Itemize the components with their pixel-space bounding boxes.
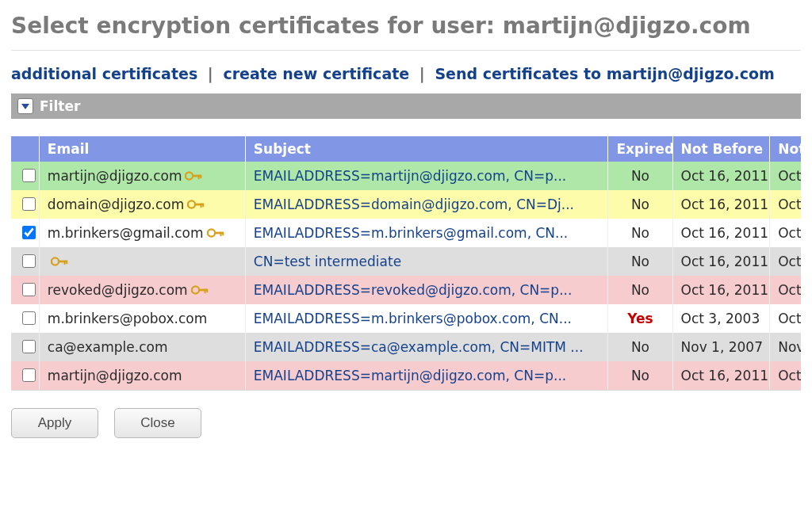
cell-not-before: Oct 16, 2011 — [672, 361, 770, 390]
cell-not-before: Oct 16, 2011 — [672, 162, 770, 190]
link-create-new-certificate[interactable]: create new certificate — [223, 65, 409, 82]
separator: | — [208, 65, 213, 82]
table-row: CN=test intermediateNoOct 16, 2011Oct 15… — [11, 247, 801, 276]
cell-not-after: Oct 15, 2 — [770, 361, 801, 390]
cell-not-before: Oct 3, 2003 — [672, 304, 770, 333]
svg-rect-8 — [203, 203, 205, 207]
svg-rect-4 — [201, 174, 202, 178]
column-header-select — [11, 136, 39, 162]
cell-not-before: Oct 16, 2011 — [672, 247, 770, 276]
svg-point-9 — [207, 229, 214, 236]
svg-point-5 — [188, 200, 195, 208]
cell-not-after: Oct 15, 2 — [770, 219, 801, 247]
row-select-checkbox[interactable] — [22, 311, 36, 325]
row-select-cell — [11, 333, 39, 361]
cell-not-after: Oct 3, 20 — [770, 304, 801, 333]
email-text: domain@djigzo.com — [48, 196, 184, 212]
link-send-certificates[interactable]: Send certificates to martijn@djigzo.com — [435, 65, 775, 82]
email-text: m.brinkers@pobox.com — [48, 311, 207, 326]
column-header-expired[interactable]: Expired — [608, 136, 672, 162]
filter-toggle-icon[interactable] — [17, 98, 33, 114]
cell-expired: No — [608, 247, 672, 276]
row-select-checkbox[interactable] — [22, 254, 36, 268]
row-select-checkbox[interactable] — [22, 283, 36, 296]
table-row: m.brinkers@pobox.comEMAILADDRESS=m.brink… — [11, 304, 801, 333]
cell-not-before: Oct 16, 2011 — [672, 219, 770, 247]
table-row: domain@djigzo.comEMAILADDRESS=domain@dji… — [11, 190, 801, 219]
cell-expired: No — [608, 219, 672, 247]
certificate-table-scroll[interactable]: Email Subject Expired Not Before Not Aft… — [11, 136, 801, 391]
cell-email: ca@example.com — [39, 333, 245, 361]
svg-rect-11 — [220, 231, 221, 236]
cell-not-after: Nov 21, 2 — [770, 333, 801, 361]
cell-subject[interactable]: CN=test intermediate — [245, 247, 608, 276]
cell-subject[interactable]: EMAILADDRESS=ca@example.com, CN=MITM ... — [245, 333, 608, 361]
cell-not-before: Oct 16, 2011 — [672, 276, 770, 304]
apply-button[interactable]: Apply — [11, 408, 98, 438]
cell-subject[interactable]: EMAILADDRESS=martijn@djigzo.com, CN=p... — [245, 162, 608, 190]
cell-email: revoked@djigzo.com — [39, 276, 245, 304]
cell-expired: Yes — [608, 304, 672, 333]
email-text: martijn@djigzo.com — [48, 368, 182, 383]
svg-rect-16 — [66, 260, 67, 264]
row-select-cell — [11, 162, 39, 190]
row-select-cell — [11, 247, 39, 276]
table-row: martijn@djigzo.comEMAILADDRESS=martijn@d… — [11, 162, 801, 190]
cell-subject[interactable]: EMAILADDRESS=revoked@djigzo.com, CN=p... — [245, 276, 608, 304]
column-header-not-before[interactable]: Not Before — [672, 136, 770, 162]
page-title: Select encryption certificates for user:… — [11, 13, 801, 51]
cell-expired: No — [608, 333, 672, 361]
cell-email: martijn@djigzo.com — [39, 361, 245, 390]
cell-expired: No — [608, 276, 672, 304]
cell-not-before: Nov 1, 2007 — [672, 333, 770, 361]
svg-rect-3 — [198, 174, 200, 179]
cell-email: m.brinkers@pobox.com — [39, 304, 245, 333]
cell-subject[interactable]: EMAILADDRESS=domain@djigzo.com, CN=Dj... — [245, 190, 608, 219]
email-text: ca@example.com — [48, 339, 168, 355]
cell-subject[interactable]: EMAILADDRESS=m.brinkers@pobox.com, CN... — [245, 304, 608, 333]
svg-rect-7 — [201, 203, 202, 208]
key-icon — [207, 226, 224, 242]
svg-marker-0 — [21, 104, 29, 109]
row-select-checkbox[interactable] — [22, 226, 36, 239]
cell-not-after: Oct 15, 2 — [770, 276, 801, 304]
svg-rect-19 — [204, 288, 205, 293]
cell-email: m.brinkers@gmail.com — [39, 219, 245, 247]
row-select-checkbox[interactable] — [22, 340, 36, 353]
svg-rect-12 — [222, 231, 224, 235]
row-select-checkbox[interactable] — [22, 169, 36, 182]
cell-not-after: Oct 15, 2 — [770, 162, 801, 190]
column-header-not-after[interactable]: Not After — [770, 136, 801, 162]
certificate-table: Email Subject Expired Not Before Not Aft… — [11, 136, 801, 390]
key-icon — [187, 197, 205, 213]
key-icon — [51, 254, 68, 270]
column-header-email[interactable]: Email — [39, 136, 245, 162]
row-select-cell — [11, 304, 39, 333]
svg-point-17 — [192, 286, 199, 293]
link-additional-certificates[interactable]: additional certificates — [11, 65, 197, 82]
cell-not-after: Oct 15, 2 — [770, 190, 801, 219]
table-header-row: Email Subject Expired Not Before Not Aft… — [11, 136, 801, 162]
cell-subject[interactable]: EMAILADDRESS=martijn@djigzo.com, CN=p... — [245, 361, 608, 390]
cell-subject[interactable]: EMAILADDRESS=m.brinkers@gmail.com, CN... — [245, 219, 608, 247]
table-row: m.brinkers@gmail.comEMAILADDRESS=m.brink… — [11, 219, 801, 247]
row-select-checkbox[interactable] — [22, 368, 36, 382]
svg-rect-2 — [193, 174, 201, 177]
table-row: ca@example.comEMAILADDRESS=ca@example.co… — [11, 333, 801, 361]
row-select-cell — [11, 219, 39, 247]
column-header-subject[interactable]: Subject — [245, 136, 608, 162]
table-row: martijn@djigzo.comEMAILADDRESS=martijn@d… — [11, 361, 801, 390]
button-bar: Apply Close — [11, 408, 801, 438]
cell-not-after: Oct 15, 2 — [770, 247, 801, 276]
cell-expired: No — [608, 162, 672, 190]
key-icon — [191, 283, 209, 299]
row-select-cell — [11, 190, 39, 219]
table-row: revoked@djigzo.comEMAILADDRESS=revoked@d… — [11, 276, 801, 304]
row-select-checkbox[interactable] — [22, 197, 36, 211]
separator: | — [419, 65, 425, 82]
close-button[interactable]: Close — [114, 408, 201, 438]
row-select-cell — [11, 276, 39, 304]
key-icon — [185, 169, 202, 185]
cell-email: martijn@djigzo.com — [39, 162, 245, 190]
cell-expired: No — [608, 361, 672, 390]
